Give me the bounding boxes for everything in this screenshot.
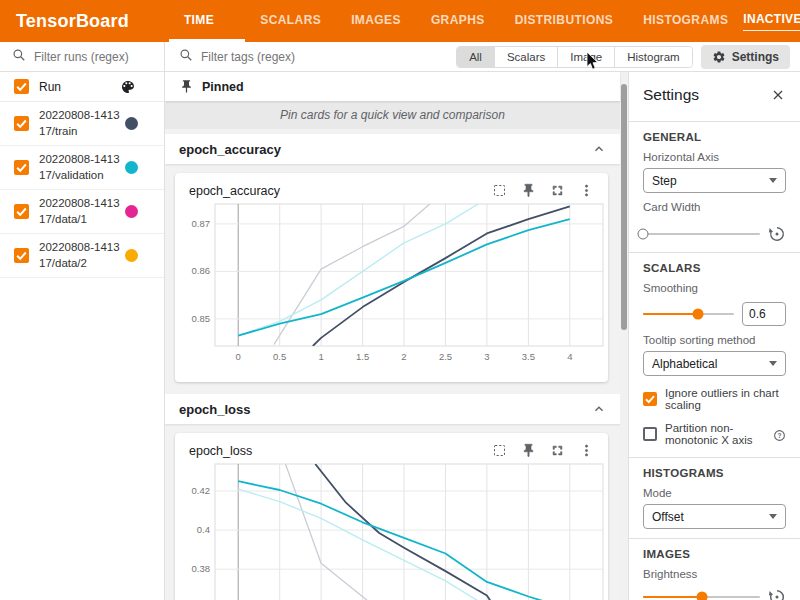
filter-runs-row — [0, 42, 164, 72]
run-item-data-2[interactable]: 20220808-141317/data/2 — [0, 234, 164, 278]
gear-icon — [712, 50, 726, 64]
svg-text:0.86: 0.86 — [192, 265, 211, 276]
fullscreen-icon[interactable] — [550, 183, 565, 198]
run-item-validation[interactable]: 20220808-141317/validation — [0, 146, 164, 190]
brightness-slider[interactable] — [643, 591, 760, 600]
tab-time-series[interactable]: TIME SERIES — [169, 0, 245, 42]
tab-histograms[interactable]: HISTOGRAMS — [628, 0, 743, 42]
svg-text:0.38: 0.38 — [192, 563, 211, 574]
scrollbar-thumb[interactable] — [621, 84, 627, 330]
histogram-mode-select[interactable]: Offset — [643, 504, 786, 529]
pinned-section-header: Pinned — [165, 72, 620, 101]
fit-to-data-icon[interactable] — [492, 183, 507, 198]
filter-runs-input[interactable] — [34, 50, 152, 64]
partition-x-axis-checkbox[interactable] — [643, 427, 657, 441]
app-header: TensorBoard TIME SERIES SCALARS IMAGES G… — [0, 0, 800, 42]
card-epoch-loss: epoch_loss 0.360.380.40.42 — [175, 433, 608, 600]
settings-panel: Settings GENERAL Horizontal Axis Step Ca… — [628, 72, 800, 600]
card-actions — [492, 443, 594, 458]
app-logo: TensorBoard — [16, 11, 129, 32]
chevron-up-icon — [592, 402, 606, 416]
select-all-runs-checkbox[interactable] — [14, 79, 29, 94]
settings-button-label: Settings — [732, 50, 779, 64]
settings-button[interactable]: Settings — [701, 45, 790, 69]
slider-thumb[interactable] — [696, 592, 707, 600]
epoch-loss-chart[interactable]: 0.360.380.40.42 — [181, 460, 611, 600]
chip-image[interactable]: Image — [557, 47, 614, 67]
ignore-outliers-row[interactable]: Ignore outliers in chart scaling — [643, 387, 786, 411]
ignore-outliers-checkbox[interactable] — [643, 392, 657, 406]
tags-toolbar: All Scalars Image Histogram Settings — [165, 42, 800, 72]
run-name: 20220808-141317/train — [39, 108, 125, 139]
run-color-dot — [125, 249, 138, 262]
tab-images[interactable]: IMAGES — [336, 0, 416, 42]
run-item-data-1[interactable]: 20220808-141317/data/1 — [0, 190, 164, 234]
smoothing-value-input[interactable] — [742, 302, 786, 326]
horizontal-axis-select[interactable]: Step — [643, 168, 786, 193]
fit-to-data-icon[interactable] — [492, 443, 507, 458]
more-options-icon[interactable] — [579, 443, 594, 458]
scrollbar[interactable] — [620, 72, 628, 600]
header-actions: INACTIVE — [743, 12, 800, 31]
reset-icon[interactable] — [768, 225, 786, 243]
chevron-down-icon — [769, 178, 777, 183]
chip-histogram[interactable]: Histogram — [614, 47, 691, 67]
palette-icon[interactable] — [120, 79, 136, 95]
brightness-label: Brightness — [643, 568, 786, 580]
run-name: 20220808-141317/data/2 — [39, 240, 125, 271]
chip-all[interactable]: All — [457, 47, 494, 67]
card-width-label: Card Width — [643, 201, 786, 213]
card-header: epoch_accuracy — [181, 179, 602, 200]
chip-scalars[interactable]: Scalars — [494, 47, 557, 67]
section-epoch-accuracy[interactable]: epoch_accuracy — [165, 134, 620, 164]
reload-status-select[interactable]: INACTIVE — [743, 12, 800, 31]
epoch-accuracy-chart[interactable]: 00.511.522.533.540.850.860.87 — [181, 200, 611, 368]
run-list-header: Run — [0, 72, 164, 102]
svg-text:2.5: 2.5 — [439, 351, 452, 362]
reset-icon[interactable] — [768, 588, 786, 600]
run-color-dot — [125, 117, 138, 130]
more-options-icon[interactable] — [579, 183, 594, 198]
run-checkbox[interactable] — [14, 160, 29, 175]
general-heading: GENERAL — [643, 131, 786, 143]
run-color-dot — [125, 205, 138, 218]
pin-icon[interactable] — [521, 183, 536, 198]
nav-tabs: TIME SERIES SCALARS IMAGES GRAPHS DISTRI… — [169, 0, 743, 42]
tab-distributions[interactable]: DISTRIBUTIONS — [500, 0, 629, 42]
run-item-train[interactable]: 20220808-141317/train — [0, 102, 164, 146]
card-epoch-accuracy: epoch_accuracy 00.511.522.533.540.850.86… — [175, 173, 608, 382]
run-column-label: Run — [39, 80, 61, 94]
tooltip-sorting-select[interactable]: Alphabetical — [643, 351, 786, 376]
tab-scalars[interactable]: SCALARS — [245, 0, 336, 42]
filter-tags-input[interactable] — [201, 50, 442, 64]
card-width-slider[interactable] — [643, 228, 760, 240]
partition-x-axis-row[interactable]: Partition non-monotonic X axis — [643, 422, 786, 446]
slider-thumb[interactable] — [692, 309, 703, 320]
section-epoch-loss[interactable]: epoch_loss — [165, 394, 620, 424]
tab-graphs[interactable]: GRAPHS — [416, 0, 500, 42]
chevron-up-icon — [592, 142, 606, 156]
smoothing-slider[interactable] — [643, 308, 734, 320]
card-title: epoch_loss — [189, 444, 252, 458]
run-checkbox[interactable] — [14, 248, 29, 263]
slider-thumb[interactable] — [638, 229, 649, 240]
svg-text:3.5: 3.5 — [522, 351, 535, 362]
images-heading: IMAGES — [643, 548, 786, 560]
search-icon — [12, 48, 26, 66]
run-name: 20220808-141317/data/1 — [39, 196, 125, 227]
fullscreen-icon[interactable] — [550, 443, 565, 458]
reload-status-label: INACTIVE — [743, 12, 800, 26]
close-icon[interactable] — [770, 87, 786, 103]
section-title: epoch_accuracy — [179, 142, 281, 157]
svg-text:2: 2 — [401, 351, 406, 362]
run-checkbox[interactable] — [14, 116, 29, 131]
histograms-heading: HISTOGRAMS — [643, 467, 786, 479]
help-icon[interactable] — [773, 428, 786, 441]
run-color-dot — [125, 161, 138, 174]
card-title: epoch_accuracy — [189, 184, 280, 198]
tooltip-sorting-value: Alphabetical — [652, 357, 717, 371]
pin-icon[interactable] — [521, 443, 536, 458]
svg-text:0.5: 0.5 — [273, 351, 286, 362]
histogram-mode-value: Offset — [652, 510, 684, 524]
run-checkbox[interactable] — [14, 204, 29, 219]
